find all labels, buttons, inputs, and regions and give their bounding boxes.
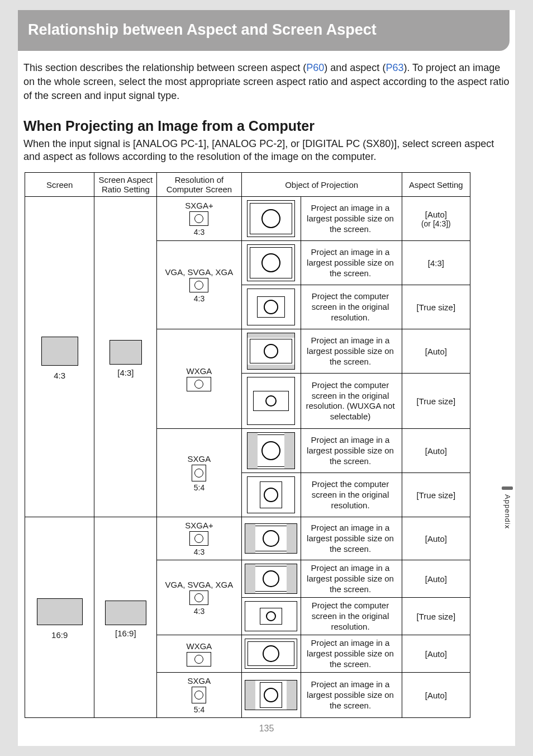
res-sxgap-ratio: 4:3: [194, 228, 204, 237]
intro-text-2: ) and aspect (: [324, 62, 386, 73]
res-sxga-icon-169: [192, 687, 206, 703]
res-vga-icon: [189, 278, 208, 292]
aspect-6: [Auto]: [402, 429, 470, 473]
screen-169-icon: [37, 598, 83, 625]
res-wxga-label: WXGA: [187, 366, 212, 376]
ratio-169-icon: [105, 601, 146, 625]
th-res: Resolution of Computer Screen: [157, 173, 241, 197]
page-title-bar: Relationship between Aspect and Screen A…: [18, 10, 510, 51]
res-vga-169: VGA, SVGA, XGA 4:3: [157, 560, 241, 635]
aspect-9: [Auto]: [402, 560, 470, 598]
proj-txt-6: Project an image in a largest possible s…: [301, 429, 402, 473]
res-wxga-169: WXGA: [157, 635, 241, 673]
proj-img-9: [241, 560, 301, 598]
res-sxgap-169: SXGA+ 4:3: [157, 517, 241, 560]
aspect-1-sub: (or [4:3]): [402, 219, 470, 228]
intro-paragraph: This section describes the relationship …: [18, 51, 515, 103]
proj-txt-5: Project the computer screen in the origi…: [301, 374, 402, 429]
proj-txt-8: Project an image in a largest possible s…: [301, 517, 402, 560]
aspect-table: Screen Screen Aspect Ratio Setting Resol…: [25, 172, 470, 718]
proj-img-5: [241, 374, 301, 429]
res-sxgap-icon: [189, 211, 208, 226]
link-p63[interactable]: P63: [386, 62, 403, 73]
proj-img-11: [241, 635, 301, 673]
res-vga-label-169: VGA, SVGA, XGA: [165, 580, 234, 589]
page: Relationship between Aspect and Screen A…: [18, 10, 515, 746]
th-obj: Object of Projection: [241, 173, 402, 197]
section-intro: When the input signal is [ANALOG PC-1], …: [18, 138, 515, 169]
proj-txt-11: Project an image in a largest possible s…: [301, 635, 402, 673]
proj-img-3: [241, 285, 301, 329]
proj-txt-3: Project the computer screen in the origi…: [301, 285, 402, 329]
res-sxgap-label: SXGA+: [185, 201, 213, 210]
page-title: Relationship between Aspect and Screen A…: [28, 21, 377, 38]
screen-43-cell: 4:3: [25, 197, 94, 517]
proj-img-10: [241, 598, 301, 635]
section-heading: When Projecting an Image from a Computer: [18, 103, 515, 138]
res-sxgap-ratio-169: 4:3: [194, 547, 204, 556]
proj-txt-7: Project the computer screen in the origi…: [301, 473, 402, 517]
proj-txt-10: Project the computer screen in the origi…: [301, 598, 402, 635]
aspect-10: [True size]: [402, 598, 470, 635]
intro-text-3: ).: [403, 62, 410, 73]
screen-43-label: 4:3: [25, 371, 94, 380]
proj-img-4: [241, 329, 301, 374]
aspect-11: [Auto]: [402, 635, 470, 673]
res-sxgap-icon-169: [189, 531, 208, 546]
ratio-43-cell: [4:3]: [94, 197, 157, 517]
th-screen: Screen: [25, 173, 94, 197]
aspect-4: [Auto]: [402, 329, 470, 374]
proj-img-12: [241, 673, 301, 718]
proj-txt-12: Project an image in a largest possible s…: [301, 673, 402, 718]
res-sxga-icon: [192, 465, 206, 481]
th-aspect: Aspect Setting: [402, 173, 470, 197]
aspect-12: [Auto]: [402, 673, 470, 718]
proj-img-2: [241, 241, 301, 285]
proj-txt-2: Project an image in a largest possible s…: [301, 241, 402, 285]
proj-txt-4: Project an image in a largest possible s…: [301, 329, 402, 374]
aspect-2: [4:3]: [402, 241, 470, 285]
aspect-5: [True size]: [402, 374, 470, 429]
res-sxgap-43: SXGA+ 4:3: [157, 197, 241, 241]
proj-img-6: [241, 429, 301, 473]
aspect-7: [True size]: [402, 473, 470, 517]
aspect-1: [Auto] (or [4:3]): [402, 197, 470, 241]
ratio-43-label: [4:3]: [94, 368, 156, 377]
res-vga-ratio: 4:3: [194, 294, 204, 303]
res-sxgap-label-169: SXGA+: [185, 521, 213, 530]
res-sxga-label: SXGA: [188, 454, 211, 464]
side-tab-marker: [502, 486, 513, 490]
ratio-169-cell: [16:9]: [94, 517, 157, 718]
res-wxga-icon-169: [187, 652, 211, 667]
proj-img-8: [241, 517, 301, 560]
res-sxga-43: SXGA 5:4: [157, 429, 241, 517]
proj-img-7: [241, 473, 301, 517]
res-wxga-43: WXGA: [157, 329, 241, 429]
res-vga-icon-169: [189, 590, 208, 605]
proj-txt-9: Project an image in a largest possible s…: [301, 560, 402, 598]
res-sxga-169: SXGA 5:4: [157, 673, 241, 718]
side-tab: Appendix: [502, 486, 513, 529]
screen-169-cell: 16:9: [25, 517, 94, 718]
intro-text: This section describes the relationship …: [23, 62, 306, 73]
res-vga-label: VGA, SVGA, XGA: [165, 267, 234, 277]
ratio-169-label: [16:9]: [94, 629, 156, 638]
res-wxga-icon: [187, 377, 211, 391]
aspect-1-main: [Auto]: [425, 210, 447, 219]
screen-43-icon: [41, 337, 78, 366]
ratio-43-icon: [110, 340, 142, 365]
res-sxga-ratio-169: 5:4: [194, 705, 204, 714]
proj-txt-1: Project an image in a largest possible s…: [301, 197, 402, 241]
th-ratio: Screen Aspect Ratio Setting: [94, 173, 157, 197]
proj-img-1: [241, 197, 301, 241]
res-vga-ratio-169: 4:3: [194, 607, 204, 616]
page-number: 135: [18, 724, 515, 734]
res-wxga-label-169: WXGA: [187, 641, 212, 651]
res-sxga-ratio: 5:4: [194, 483, 204, 492]
res-vga-43: VGA, SVGA, XGA 4:3: [157, 241, 241, 329]
aspect-3: [True size]: [402, 285, 470, 329]
link-p60[interactable]: P60: [306, 62, 324, 73]
side-tab-label: Appendix: [503, 494, 512, 529]
res-sxga-label-169: SXGA: [188, 676, 211, 686]
screen-169-label: 16:9: [25, 630, 94, 640]
